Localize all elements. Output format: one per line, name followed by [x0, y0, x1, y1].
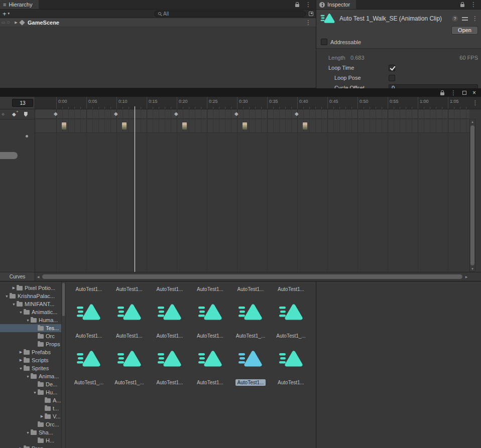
- tree-item[interactable]: ▼Hu...: [0, 388, 61, 396]
- project-tree[interactable]: ▶Pixel Potio...▼KrishnaPalac...▼MINIFANT…: [0, 281, 61, 448]
- asset-item[interactable]: AutoTest1_...: [70, 349, 108, 386]
- asset-grid[interactable]: AutoTest1...AutoTest1...AutoTest1...Auto…: [66, 281, 316, 448]
- sprite-keyframe-thumb[interactable]: [122, 122, 127, 129]
- scroll-up-icon[interactable]: ▲: [470, 120, 475, 123]
- horizontal-scroll-thumb[interactable]: [42, 274, 462, 279]
- tree-item[interactable]: ▼KrishnaPalac...: [0, 292, 61, 300]
- kebab-menu-icon[interactable]: ⋮: [450, 90, 456, 96]
- timeline-kebab-icon[interactable]: ⋮: [472, 100, 478, 106]
- lock-icon[interactable]: [295, 4, 299, 7]
- scroll-left-icon[interactable]: ◀: [35, 275, 41, 278]
- scene-row[interactable]: ▶ GameScene ⋮: [0, 18, 316, 27]
- fold-arrow-icon[interactable]: ▶: [11, 286, 17, 290]
- tree-item[interactable]: ▼Anima...: [0, 372, 61, 380]
- tree-item[interactable]: ▶Prop...: [0, 444, 61, 448]
- playhead[interactable]: [135, 106, 135, 272]
- addressable-checkbox[interactable]: [321, 39, 327, 45]
- tree-item[interactable]: Orc: [0, 332, 61, 340]
- vertical-scroll-thumb[interactable]: [470, 125, 474, 265]
- fold-arrow-icon[interactable]: ▼: [4, 294, 10, 298]
- asset-item[interactable]: AutoTest1...: [231, 349, 270, 386]
- clip-kebab-icon[interactable]: ⋮: [472, 16, 478, 22]
- scene-kebab-icon[interactable]: ⋮: [305, 20, 311, 26]
- scroll-down-icon[interactable]: ▼: [470, 267, 475, 270]
- asset-item[interactable]: AutoTest1...: [272, 281, 310, 292]
- asset-item[interactable]: AutoTest1...: [272, 349, 310, 386]
- close-icon[interactable]: ×: [472, 90, 476, 96]
- tree-item[interactable]: Orc...: [0, 420, 61, 428]
- tree-item[interactable]: ▼Animatic...: [0, 308, 61, 316]
- pick-icon[interactable]: [7, 21, 10, 24]
- asset-item[interactable]: AutoTest1...: [231, 281, 270, 292]
- add-object-button[interactable]: +: [3, 11, 7, 17]
- fold-arrow-icon[interactable]: ▶: [18, 350, 24, 354]
- tree-item[interactable]: t...: [0, 404, 61, 412]
- scene-fold-arrow-icon[interactable]: ▶: [13, 21, 19, 25]
- fold-arrow-icon[interactable]: ▼: [11, 303, 17, 306]
- kebab-menu-icon[interactable]: ⋮: [305, 2, 311, 8]
- dopesheet-grid[interactable]: [35, 133, 469, 272]
- fold-arrow-icon[interactable]: ▼: [25, 319, 31, 322]
- tree-item[interactable]: ▼MINIFANT...: [0, 300, 61, 308]
- lock-icon[interactable]: [440, 92, 444, 95]
- tree-item[interactable]: ▶Prefabs: [0, 348, 61, 356]
- tree-item[interactable]: A...: [0, 396, 61, 404]
- lock-icon[interactable]: [460, 4, 464, 7]
- asset-item[interactable]: AutoTest1...: [151, 281, 189, 292]
- fold-arrow-icon[interactable]: ▶: [39, 414, 45, 418]
- tree-scrollbar[interactable]: [61, 281, 66, 448]
- asset-item[interactable]: AutoTest1_...: [272, 303, 310, 339]
- asset-item[interactable]: AutoTest1_...: [110, 349, 149, 386]
- loop-time-checkbox[interactable]: [389, 65, 395, 71]
- scroll-right-icon[interactable]: ▶: [463, 275, 469, 278]
- tree-item[interactable]: Props: [0, 340, 61, 348]
- current-frame-field[interactable]: 13: [12, 99, 33, 107]
- tab-inspector[interactable]: Inspector: [316, 0, 356, 9]
- vertical-scrollbar[interactable]: ▲ ▼: [469, 119, 475, 272]
- fold-arrow-icon[interactable]: ▼: [32, 391, 38, 394]
- tree-item[interactable]: Tes...: [0, 324, 61, 332]
- asset-item[interactable]: AutoTest1...: [110, 303, 149, 339]
- add-event-icon[interactable]: [24, 112, 28, 117]
- hierarchy-search-input[interactable]: All: [154, 11, 306, 17]
- timeline-ruler[interactable]: 0:000:050:100:150:200:250:300:350:400:45…: [35, 97, 469, 109]
- sprite-keyframe-thumb[interactable]: [303, 122, 307, 129]
- eye-icon[interactable]: [2, 22, 5, 24]
- loop-pose-checkbox[interactable]: [389, 75, 395, 81]
- tree-item[interactable]: De...: [0, 380, 61, 388]
- asset-item[interactable]: AutoTest1_...: [231, 303, 270, 339]
- keyframe-diamond[interactable]: ◆: [174, 111, 178, 117]
- asset-item[interactable]: AutoTest1...: [191, 349, 229, 386]
- help-icon[interactable]: ?: [452, 16, 458, 22]
- horizontal-scrollbar[interactable]: [41, 272, 463, 281]
- fold-arrow-icon[interactable]: ▼: [18, 367, 24, 370]
- tree-scroll-thumb[interactable]: [62, 283, 65, 316]
- keyframe-diamond[interactable]: ◆: [54, 111, 58, 117]
- asset-item[interactable]: AutoTest1...: [151, 303, 189, 339]
- sprite-keyframe-thumb[interactable]: [62, 122, 66, 129]
- tree-item[interactable]: ▶Scripts: [0, 356, 61, 364]
- tree-item[interactable]: ▼Sha...: [0, 428, 61, 436]
- add-keyframe-icon[interactable]: ◆: [12, 112, 16, 117]
- sprite-track[interactable]: [35, 119, 469, 133]
- dopesheet[interactable]: ◆◆◆◆◆: [35, 109, 469, 272]
- keyframe-track[interactable]: ◆◆◆◆◆: [35, 109, 469, 119]
- keyframe-diamond[interactable]: ◆: [234, 111, 238, 117]
- asset-item[interactable]: AutoTest1...: [70, 303, 108, 339]
- asset-item[interactable]: AutoTest1...: [151, 349, 189, 386]
- keyframe-diamond[interactable]: ◆: [114, 111, 118, 117]
- maximize-icon[interactable]: [462, 91, 466, 95]
- keyframe-diamond[interactable]: ◆: [295, 111, 299, 117]
- kebab-menu-icon[interactable]: ⋮: [470, 2, 476, 8]
- fold-arrow-icon[interactable]: ▼: [25, 375, 31, 378]
- open-button[interactable]: Open: [451, 26, 478, 35]
- sprite-keyframe-thumb[interactable]: [182, 122, 187, 129]
- asset-item[interactable]: AutoTest1...: [191, 281, 229, 292]
- tree-item[interactable]: ▶Pixel Potio...: [0, 284, 61, 292]
- fold-arrow-icon[interactable]: ▼: [18, 311, 24, 314]
- expand-window-icon[interactable]: [309, 12, 313, 16]
- tree-item[interactable]: H...: [0, 436, 61, 444]
- tree-item[interactable]: ▶V...: [0, 412, 61, 420]
- tree-item[interactable]: ▼Sprites: [0, 364, 61, 372]
- asset-item[interactable]: AutoTest1...: [70, 281, 108, 292]
